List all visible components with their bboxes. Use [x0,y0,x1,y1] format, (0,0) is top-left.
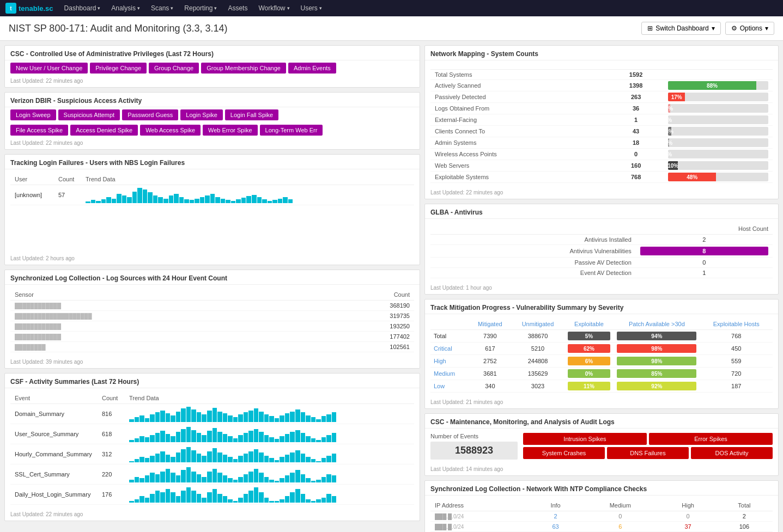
vuln-unmitigated-cell: 388670 [511,330,564,343]
nm-label-cell: Passively Detected [430,91,608,103]
web-error-spike-button[interactable]: Web Error Spike [203,125,258,136]
options-button[interactable]: ⚙ Options ▾ [725,22,774,35]
new-user-button[interactable]: New User / User Change [10,63,88,74]
vuln-hosts-cell: 450 [700,343,773,355]
ntp-col-total: Total [716,500,773,511]
trend-cell [125,464,414,485]
password-guess-button[interactable]: Password Guess [122,109,178,120]
logo[interactable]: t tenable.sc [5,3,53,14]
logo-text: tenable.sc [19,4,53,13]
count-cell: 176 [98,485,125,505]
table-row: Low 340 3023 11% 92% 187 [430,380,773,393]
ntp-col-ip: IP Address [430,500,531,511]
table-row: External-Facing 1 0% [430,114,773,126]
event-cell: Daily_Host_Login_Summary [10,485,98,505]
trend-cell [125,404,414,424]
login-sweep-button[interactable]: Login Sweep [10,109,56,120]
vuln-col-exploitable: Exploitable [565,319,614,330]
nm-count-cell: 263 [608,91,664,103]
table-row: ███.█.0/24 2 0 0 2 [430,511,773,522]
long-term-web-button[interactable]: Long-Term Web Err [260,125,323,136]
glba-col-count: Host Count [636,223,773,235]
vuln-hosts-cell: 559 [700,355,773,368]
nm-label-cell: Total Systems [430,70,608,80]
vuln-summary-panel: Track Mitigation Progress - Vulnerabilit… [424,299,779,409]
nav-users[interactable]: Users ▾ [296,0,326,16]
chevron-icon: ▾ [319,5,322,11]
ntp-col-medium: Medium [580,500,660,511]
network-mapping-body: Total Systems 1592 Actively Scanned 1398… [425,60,778,187]
chevron-icon: ▾ [98,5,100,11]
table-row: Antivirus Installed 2 [430,235,773,245]
table-row: Hourly_Command_Summary 312 [10,444,414,464]
sensor-cell: ████████████ [10,301,313,311]
nm-count-cell: 768 [608,172,664,183]
group-change-button[interactable]: Group Change [149,63,199,74]
csf-activity-panel: CSF - Activity Summaries (Last 72 Hours)… [4,373,420,521]
system-crashes-button[interactable]: System Crashes [523,447,605,459]
login-spike-button[interactable]: Login Spike [180,109,223,120]
csf-activity-table: Event Count Trend Data Domain_Summary 81… [10,393,414,505]
header-actions: ⊞ Switch Dashboard ▾ ⚙ Options ▾ [641,22,774,35]
nm-count-cell: 18 [608,137,664,149]
vuln-summary-title: Track Mitigation Progress - Vulnerabilit… [425,299,778,314]
vuln-mitigated-cell: 617 [469,343,511,355]
table-row: Admin Systems 18 1% [430,137,773,149]
trend-cell [125,444,414,464]
vuln-mitigated-cell: 7390 [469,330,511,343]
nm-bar-cell: 3% [664,126,773,137]
event-cell: SSL_Cert_Summary [10,464,98,485]
glba-count-cell: 0 [636,258,773,268]
nm-col-bar [664,65,773,70]
network-mapping-title: Network Mapping - System Counts [425,46,778,60]
dns-failures-button[interactable]: DNS Failures [607,447,689,459]
chevron-icon: ▾ [214,5,217,11]
table-row: Critical 617 5210 62% 98% 450 [430,343,773,355]
vuln-col-hosts: Exploitable Hosts [700,319,773,330]
suspicious-attempt-button[interactable]: Suspicious Attempt [58,109,120,120]
count-cell: 220 [98,464,125,485]
privilege-change-button[interactable]: Privilege Change [90,63,147,74]
table-row: ████████████ 177402 [10,332,414,342]
group-membership-button[interactable]: Group Membership Change [201,63,286,74]
dos-activity-button[interactable]: DOS Activity [691,447,773,459]
glba-label-cell: Antivirus Installed [430,235,636,245]
nav-analysis[interactable]: Analysis ▾ [107,0,144,16]
csc-admin-title: CSC - Controlled Use of Administrative P… [5,46,420,60]
table-row: Passively Detected 263 17% [430,91,773,103]
vuln-patch-cell: 94% [614,330,700,343]
sync-log-body: Sensor Count ████████████ 368190 ███████… [5,285,420,357]
file-access-spike-button[interactable]: File Access Spike [10,125,68,136]
error-spikes-button[interactable]: Error Spikes [649,433,773,445]
col-sensor: Sensor [10,289,313,301]
table-row: Medium 3681 135629 0% 85% 720 [430,368,773,380]
logo-icon: t [5,3,16,14]
network-mapping-last-updated: Last Updated: 22 minutes ago [425,187,778,199]
nav-assets[interactable]: Assets [223,0,252,16]
login-fall-spike-button[interactable]: Login Fall Spike [225,109,278,120]
login-failures-body: User Count Trend Data [unknown] 57 [5,169,420,253]
switch-dashboard-button[interactable]: ⊞ Switch Dashboard ▾ [641,22,720,35]
intrusion-spikes-button[interactable]: Intrusion Spikes [523,433,647,445]
admin-events-button[interactable]: Admin Events [288,63,336,74]
nav-reporting[interactable]: Reporting ▾ [180,0,221,16]
top-navigation: t tenable.sc Dashboard ▾ Analysis ▾ Scan… [0,0,783,16]
web-access-spike-button[interactable]: Web Access Spike [140,125,201,136]
access-denied-spike-button[interactable]: Access Denied Spike [70,125,138,136]
network-mapping-table: Total Systems 1592 Actively Scanned 1398… [430,65,773,183]
ntp-total-cell: 106 [716,522,773,532]
table-row: Web Servers 160 10% [430,160,773,172]
count-cell: 816 [98,404,125,424]
vuln-summary-last-updated: Last Updated: 21 minutes ago [425,397,778,408]
verizon-last-updated: Last Updated: 22 minutes ago [5,138,420,149]
col-event: Event [10,393,98,404]
trend-cell [125,424,414,444]
glba-count-cell: 8 [636,245,773,258]
nav-dashboard[interactable]: Dashboard ▾ [60,0,105,16]
vuln-hosts-cell: 768 [700,330,773,343]
sync-log-panel: Synchronized Log Collection - Log Source… [4,270,420,369]
nav-workflow[interactable]: Workflow ▾ [254,0,294,16]
nm-label-cell: Exploitable Systems [430,172,608,183]
nav-scans[interactable]: Scans ▾ [147,0,178,16]
left-column: CSC - Controlled Use of Administrative P… [4,45,420,532]
